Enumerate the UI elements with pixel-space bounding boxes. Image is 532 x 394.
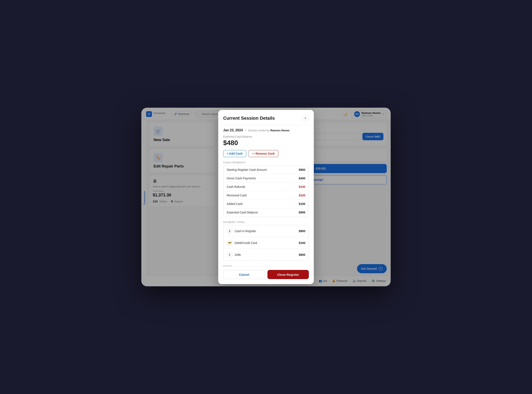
- card-icon: 💳: [227, 240, 232, 246]
- list-item: Z Zelle $800: [223, 249, 309, 261]
- notes-header: NOTES: [223, 265, 309, 266]
- expected-cash-amount: $480: [223, 139, 309, 147]
- payment-types-table: $ Cash in Register $900 💳 Debit/Credit C…: [223, 225, 309, 261]
- cancel-button[interactable]: Cancel: [223, 270, 265, 279]
- session-date: Jan 23, 2024: [223, 128, 243, 132]
- modal-footer: Cancel Close Register: [218, 266, 314, 284]
- expected-cash-label: Expected Cash Balance: [223, 135, 309, 138]
- table-row: Cash Refunds $100: [223, 183, 309, 191]
- session-separator: •: [245, 128, 246, 132]
- session-details-modal: Current Session Details × Jan 23, 2024 •…: [218, 110, 314, 284]
- modal-close-button[interactable]: ×: [302, 115, 309, 122]
- modal-title: Current Session Details: [223, 115, 275, 121]
- cash-payments-table: Starting Register Cash Amount $900 Gross…: [223, 166, 309, 217]
- session-date-row: Jan 23, 2024 • Session ended by Ramses N…: [223, 128, 309, 132]
- table-row: Expected Cash Balance $900: [223, 208, 309, 217]
- list-item: 💳 Debit/Credit Card $100: [223, 237, 309, 249]
- table-row: Added Cash $100: [223, 200, 309, 208]
- table-row: Removed Cash $100: [223, 191, 309, 200]
- list-item: $ Cash in Register $900: [223, 225, 309, 237]
- cash-payments-header: CASH PAYMENTS: [223, 161, 309, 164]
- payment-types-header: PAYMENT TYPES: [223, 221, 309, 223]
- cash-icon: $: [227, 228, 232, 234]
- modal-header: Current Session Details ×: [218, 110, 314, 125]
- cash-actions: + Add Cash — Remove Cash: [223, 150, 309, 157]
- remove-cash-button[interactable]: — Remove Cash: [248, 150, 278, 157]
- session-status: Session ended by Ramses Nunez: [248, 129, 289, 132]
- table-row: Gross Cash Payments $400: [223, 174, 309, 183]
- zelle-icon: Z: [227, 252, 232, 258]
- modal-body: Jan 23, 2024 • Session ended by Ramses N…: [218, 125, 314, 266]
- close-register-button[interactable]: Close Register: [268, 270, 309, 279]
- table-row: Starting Register Cash Amount $900: [223, 166, 309, 174]
- add-cash-button[interactable]: + Add Cash: [223, 150, 246, 157]
- notes-section: NOTES Cash in singles: [223, 265, 309, 266]
